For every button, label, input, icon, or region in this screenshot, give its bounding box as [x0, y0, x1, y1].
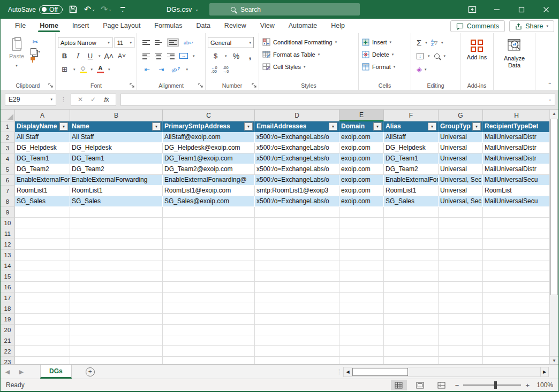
empty-cell[interactable]: [163, 314, 255, 325]
zoom-out-button[interactable]: −: [455, 381, 459, 389]
row-header-23[interactable]: 23: [1, 357, 15, 364]
alignment-dialog-launcher[interactable]: [198, 83, 203, 88]
empty-cell[interactable]: [70, 314, 163, 325]
scroll-right-arrow[interactable]: ▶: [540, 367, 548, 376]
row-header-17[interactable]: 17: [1, 293, 15, 303]
minimize-button[interactable]: [485, 0, 509, 19]
data-cell[interactable]: MailUniversalDistr: [483, 132, 550, 143]
decrease-font-size-button[interactable]: A˅: [117, 52, 126, 60]
data-cell[interactable]: RoomList: [483, 186, 550, 196]
empty-cell[interactable]: [483, 271, 550, 282]
tab-file[interactable]: File: [8, 20, 33, 32]
empty-cell[interactable]: [439, 325, 483, 335]
empty-cell[interactable]: [70, 325, 163, 335]
data-cell[interactable]: All Staff: [15, 132, 70, 143]
empty-cell[interactable]: [70, 239, 163, 250]
data-cell[interactable]: AllStaff@exoip.com: [163, 132, 255, 143]
data-cell[interactable]: Universal: [439, 186, 483, 196]
maximize-button[interactable]: [509, 0, 534, 19]
undo-button[interactable]: ↶⌄: [84, 3, 95, 16]
clear-button[interactable]: ◈: [417, 65, 422, 73]
new-sheet-button[interactable]: +: [86, 367, 95, 376]
format-painter-icon[interactable]: [31, 57, 35, 63]
empty-cell[interactable]: [163, 260, 255, 271]
empty-cell[interactable]: [70, 250, 163, 260]
scroll-down-arrow[interactable]: ▼: [550, 356, 558, 364]
data-cell[interactable]: x500:/o=ExchangeLabs/o: [255, 153, 339, 164]
filter-dropdown-button[interactable]: ▼: [373, 122, 382, 130]
number-dialog-launcher[interactable]: [252, 83, 257, 88]
empty-cell[interactable]: [439, 239, 483, 250]
empty-cell[interactable]: [255, 357, 339, 364]
fill-color-button[interactable]: ◇: [80, 65, 87, 73]
data-cell[interactable]: exoip.com: [339, 196, 384, 207]
data-cell[interactable]: RoomList1: [15, 186, 70, 196]
data-cell[interactable]: MailUniversalSecu: [483, 196, 550, 207]
empty-cell[interactable]: [163, 271, 255, 282]
tab-home[interactable]: Home: [33, 20, 65, 32]
empty-cell[interactable]: [15, 357, 70, 364]
table-header-cell[interactable]: DisplayName▼: [15, 121, 70, 132]
font-name-select[interactable]: Aptos Narrow▾: [58, 37, 112, 48]
empty-cell[interactable]: [439, 207, 483, 218]
name-box[interactable]: E29 ▾: [5, 94, 56, 106]
column-header-d[interactable]: D: [255, 110, 339, 121]
zoom-slider-thumb[interactable]: [494, 381, 497, 389]
empty-cell[interactable]: [255, 260, 339, 271]
paste-dropdown-chevron[interactable]: ▾: [16, 62, 18, 69]
data-cell[interactable]: EnableExternalForwarding: [15, 175, 70, 186]
bottom-align-button[interactable]: [167, 38, 179, 47]
empty-cell[interactable]: [439, 303, 483, 314]
empty-cell[interactable]: [384, 325, 439, 335]
filter-dropdown-button[interactable]: ▼: [59, 122, 68, 130]
row-header-11[interactable]: 11: [1, 228, 15, 239]
table-header-cell[interactable]: Domain▼: [339, 121, 384, 132]
empty-cell[interactable]: [163, 239, 255, 250]
cell-styles-button[interactable]: Cell Styles▾: [261, 60, 356, 73]
data-cell[interactable]: DG_Helpdesk: [70, 143, 163, 153]
empty-cell[interactable]: [339, 293, 384, 303]
empty-cell[interactable]: [15, 271, 70, 282]
page-break-preview-button[interactable]: [434, 380, 450, 390]
format-cells-button[interactable]: Format▾: [361, 60, 409, 73]
empty-cell[interactable]: [163, 228, 255, 239]
row-header-5[interactable]: 5: [1, 164, 15, 175]
share-button[interactable]: Share ▾: [509, 20, 554, 32]
empty-cell[interactable]: [384, 314, 439, 325]
comments-button[interactable]: Comments: [450, 20, 505, 32]
orientation-button[interactable]: ab↗: [171, 65, 182, 73]
middle-align-button[interactable]: [155, 40, 162, 45]
align-right-button[interactable]: [167, 53, 175, 59]
empty-cell[interactable]: [339, 335, 384, 346]
empty-cell[interactable]: [483, 250, 550, 260]
empty-cell[interactable]: [339, 357, 384, 364]
empty-cell[interactable]: [483, 314, 550, 325]
tab-data[interactable]: Data: [189, 20, 217, 32]
sort-filter-button[interactable]: AZ▽: [431, 39, 437, 47]
empty-cell[interactable]: [439, 228, 483, 239]
row-header-8[interactable]: 8: [1, 196, 15, 207]
filter-dropdown-button[interactable]: ▼: [428, 122, 436, 130]
zoom-in-button[interactable]: +: [525, 381, 530, 389]
data-cell[interactable]: Universal, Sec: [439, 175, 483, 186]
empty-cell[interactable]: [15, 325, 70, 335]
empty-cell[interactable]: [483, 218, 550, 228]
empty-cell[interactable]: [255, 314, 339, 325]
empty-cell[interactable]: [339, 346, 384, 357]
insert-function-button[interactable]: fx: [103, 96, 109, 103]
empty-cell[interactable]: [255, 271, 339, 282]
data-cell[interactable]: AllStaff: [384, 132, 439, 143]
page-layout-view-button[interactable]: [412, 380, 428, 390]
empty-cell[interactable]: [384, 250, 439, 260]
data-cell[interactable]: Universal, Sec: [439, 196, 483, 207]
empty-cell[interactable]: [384, 346, 439, 357]
paste-button[interactable]: Paste ▾: [6, 36, 27, 71]
empty-cell[interactable]: [255, 293, 339, 303]
table-header-cell[interactable]: Alias▼: [384, 121, 439, 132]
empty-cell[interactable]: [255, 250, 339, 260]
data-cell[interactable]: DG_Helpdesk: [15, 143, 70, 153]
empty-cell[interactable]: [439, 335, 483, 346]
row-header-12[interactable]: 12: [1, 239, 15, 250]
empty-cell[interactable]: [483, 293, 550, 303]
data-cell[interactable]: SG_Sales: [70, 196, 163, 207]
